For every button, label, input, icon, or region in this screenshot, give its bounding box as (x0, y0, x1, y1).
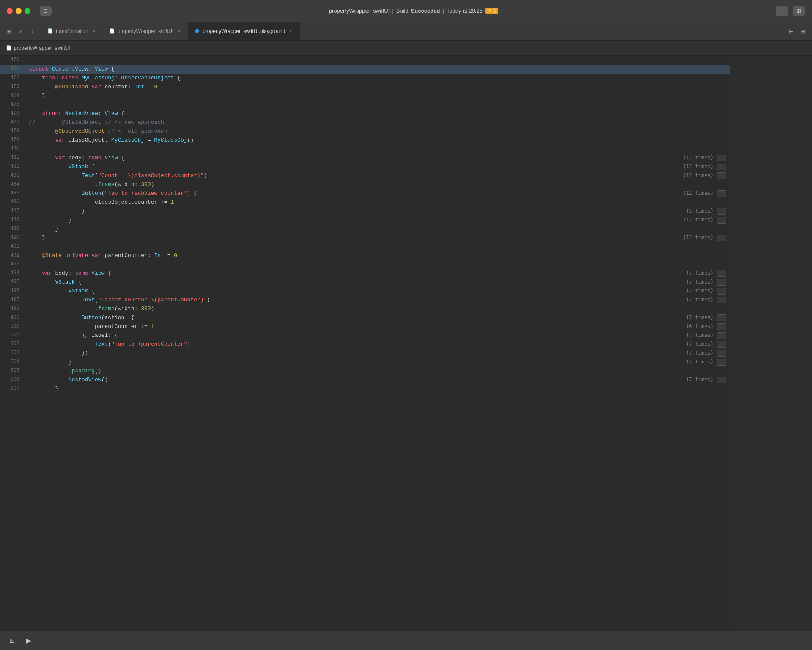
maximize-button[interactable] (25, 8, 30, 14)
line-content: VStack { (25, 162, 645, 171)
table-row: 481 var body: some View { (12 times) (0, 153, 730, 162)
assistant-toggle-button[interactable]: ⊞ (798, 27, 808, 36)
build-status: Succeeded (411, 8, 440, 14)
table-row: 475 (0, 100, 730, 109)
preview-502[interactable] (717, 341, 726, 348)
line-number: 473 (3, 82, 25, 91)
annotation-494: (7 times) (645, 269, 730, 278)
table-row: 504 } (7 times) (0, 358, 730, 366)
inspector-toggle-button[interactable]: ⊟ (787, 27, 796, 36)
preview-503[interactable] (717, 350, 726, 357)
line-content: @ObservedObject // <- old approach (25, 127, 730, 136)
line-number: 493 (3, 260, 25, 269)
line-number: 498 (3, 304, 25, 313)
line-content: } (25, 233, 645, 242)
line-content: var body: some View { (25, 269, 645, 278)
line-number: 507 (3, 384, 25, 393)
line-number: 482 (3, 162, 25, 171)
tab-bar: ⊞ ‹ › 📄 transformation ✕ 📄 propertyWrapp… (0, 22, 812, 41)
run-button[interactable]: ▶ (23, 635, 35, 647)
line-number: 489 (3, 224, 25, 233)
nav-back-button[interactable]: ‹ (16, 27, 25, 36)
sidebar-toggle-button[interactable]: ⊟ (40, 6, 52, 16)
tab-playground[interactable]: 🔷 propertyWrapper_swiftUI.playground ✕ (188, 22, 300, 40)
add-tab-button[interactable]: + (776, 6, 788, 16)
preview-487[interactable] (717, 208, 726, 215)
line-number: 491 (3, 242, 25, 251)
preview-481[interactable] (717, 155, 726, 161)
line-number: 497 (3, 295, 25, 304)
annotation-496: (7 times) (645, 287, 730, 295)
preview-485[interactable] (717, 190, 726, 197)
preview-504[interactable] (717, 359, 726, 366)
table-row: 505 .padding() (0, 366, 730, 375)
preview-500[interactable] (717, 323, 726, 330)
table-row: 485 Button("Tap to +subView counter") { … (0, 189, 730, 198)
bottom-toolbar: ⊞ ▶ (0, 631, 812, 650)
line-number: 499 (3, 313, 25, 322)
tab-propertywrapper-icon: 📄 (109, 28, 115, 34)
preview-497[interactable] (717, 297, 726, 303)
line-number: 477 (3, 118, 25, 127)
table-row: 503 }) (7 times) (0, 349, 730, 358)
project-name: propertyWrapper_swiftUI (329, 8, 390, 14)
preview-494[interactable] (717, 270, 726, 277)
preview-501[interactable] (717, 332, 726, 339)
preview-488[interactable] (717, 217, 726, 224)
tab-propertywrapper[interactable]: 📄 propertyWrapper_swiftUI ✕ (103, 22, 189, 40)
tab-propertywrapper-label: propertyWrapper_swiftUI (118, 28, 174, 34)
layout-toggle-button[interactable]: ⊞ (793, 6, 805, 16)
code-editor[interactable]: 470 471 struct ContentView: View { 472 f… (0, 56, 730, 631)
line-number: 496 (3, 287, 25, 295)
annotation-485: (12 times) (645, 189, 730, 198)
grid-view-button[interactable]: ⊞ (4, 27, 14, 36)
line-number: 506 (3, 375, 25, 384)
table-row: 476 struct NestedView: View { (0, 109, 730, 118)
code-content[interactable]: 470 471 struct ContentView: View { 472 f… (0, 56, 730, 631)
line-content: Button(action: { (25, 313, 645, 322)
line-number: 501 (3, 331, 25, 340)
preview-490[interactable] (717, 235, 726, 241)
preview-483[interactable] (717, 172, 726, 179)
minimize-button[interactable] (16, 8, 22, 14)
table-row: 492 @State private var parentCounter: In… (0, 251, 730, 260)
preview-495[interactable] (717, 279, 726, 286)
nav-forward-button[interactable]: › (28, 27, 37, 36)
line-number: 475 (3, 100, 25, 109)
line-number: 495 (3, 278, 25, 287)
tab-transformation[interactable]: 📄 transformation ✕ (41, 22, 103, 40)
line-content: } (25, 91, 730, 100)
tab-transformation-close[interactable]: ✕ (91, 28, 97, 34)
tab-propertywrapper-close[interactable]: ✕ (176, 28, 182, 34)
line-content: .frame(width: 300) (25, 180, 730, 189)
preview-496[interactable] (717, 288, 726, 295)
annotation-481: (12 times) (645, 153, 730, 162)
breadcrumb[interactable]: 📄 propertyWrapper_swiftUI (6, 45, 70, 51)
table-row: 472 final class MyClassObj: ObservableOb… (0, 74, 730, 82)
titlebar-center: propertyWrapper_swiftUI | Build Succeede… (329, 8, 498, 14)
warning-badge[interactable]: ⚠ 3 (485, 8, 498, 14)
close-button[interactable] (7, 8, 13, 14)
line-content: Text("Tap to +parentCounter") (25, 340, 645, 349)
line-content: Button("Tap to +subView counter") { (25, 189, 645, 198)
line-number: 470 (3, 56, 25, 65)
preview-499[interactable] (717, 314, 726, 321)
preview-482[interactable] (717, 164, 726, 170)
tab-playground-close[interactable]: ✕ (288, 28, 294, 34)
tab-strip: 📄 transformation ✕ 📄 propertyWrapper_swi… (41, 22, 782, 40)
issues-toggle-button[interactable]: ⊞ (6, 635, 18, 647)
table-row: 495 VStack { (7 times) (0, 278, 730, 287)
annotation-487: (5 times) (645, 207, 730, 216)
line-number: 485 (3, 189, 25, 198)
code-lines: 470 471 struct ContentView: View { 472 f… (0, 56, 730, 393)
preview-506[interactable] (717, 377, 726, 383)
table-row: 502 Text("Tap to +parentCounter") (7 tim… (0, 340, 730, 349)
table-row: 489 } (0, 224, 730, 233)
line-content: }, label: { (25, 331, 645, 340)
tab-playground-label: propertyWrapper_swiftUI.playground (203, 28, 285, 34)
annotation-490: (12 times) (645, 233, 730, 242)
line-number: 490 (3, 233, 25, 242)
table-row: 488 } (12 times) (0, 216, 730, 224)
table-row: 483 Text("Count = \(classObject.counter)… (0, 171, 730, 180)
annotation-501: (7 times) (645, 331, 730, 340)
